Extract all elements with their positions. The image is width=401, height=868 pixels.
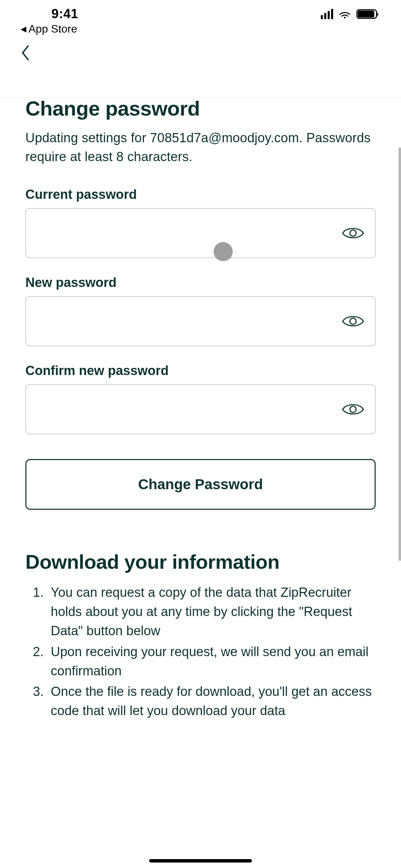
home-indicator[interactable]	[149, 859, 252, 863]
confirm-password-input[interactable]	[25, 384, 376, 434]
new-password-input[interactable]	[25, 296, 376, 346]
battery-icon	[356, 9, 377, 19]
confirm-password-label: Confirm new password	[25, 363, 376, 378]
back-button[interactable]	[21, 45, 30, 61]
header-divider	[0, 97, 401, 99]
download-step: Upon receiving your request, we will sen…	[47, 642, 376, 680]
download-step: You can request a copy of the data that …	[47, 583, 376, 641]
current-password-label: Current password	[25, 187, 376, 202]
current-password-input[interactable]	[25, 208, 376, 258]
scrollbar[interactable]	[399, 147, 401, 561]
svg-point-1	[350, 318, 356, 324]
eye-icon	[342, 402, 364, 417]
status-bar: 9:41 ◀ App Store	[0, 0, 401, 34]
eye-icon	[342, 314, 364, 329]
wifi-icon	[339, 8, 351, 20]
toggle-confirm-password-visibility[interactable]	[342, 398, 364, 420]
download-step: Once the file is ready for download, you…	[47, 682, 376, 720]
cellular-signal-icon	[321, 9, 333, 19]
status-time: 9:41	[21, 7, 78, 21]
loading-indicator	[214, 242, 233, 261]
page-subtitle: Updating settings for 70851d7a@moodjoy.c…	[25, 129, 376, 167]
current-password-group: Current password	[25, 187, 376, 258]
new-password-label: New password	[25, 275, 376, 290]
toggle-current-password-visibility[interactable]	[342, 222, 364, 244]
page-title: Change password	[25, 97, 376, 120]
back-triangle-icon: ◀	[21, 25, 26, 34]
app-store-label: App Store	[28, 23, 77, 35]
new-password-group: New password	[25, 275, 376, 346]
app-store-back-link[interactable]: ◀ App Store	[21, 23, 78, 35]
download-steps-list: You can request a copy of the data that …	[25, 583, 376, 721]
change-password-button[interactable]: Change Password	[25, 459, 376, 510]
status-indicators	[321, 8, 380, 20]
nav-bar	[0, 34, 401, 76]
download-info-title: Download your information	[25, 550, 376, 573]
svg-point-0	[350, 230, 356, 236]
toggle-new-password-visibility[interactable]	[342, 310, 364, 332]
confirm-password-group: Confirm new password	[25, 363, 376, 434]
svg-point-2	[350, 406, 356, 412]
eye-icon	[342, 226, 364, 241]
